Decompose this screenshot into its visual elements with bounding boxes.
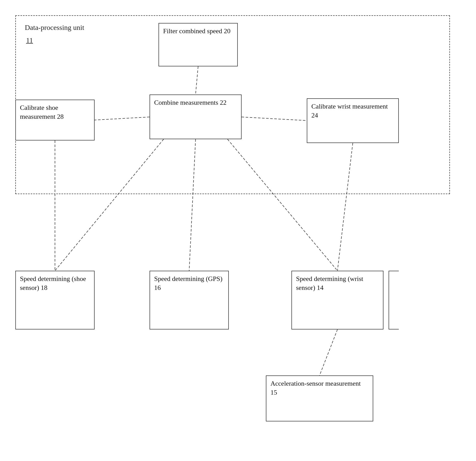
filter-label: Filter combined speed 20 — [163, 27, 231, 35]
combine-block: Combine measurements 22 — [150, 94, 242, 139]
filter-block: Filter combined speed 20 — [158, 23, 238, 66]
speed-shoe-label: Speed determining (shoe sensor) 18 — [20, 275, 86, 291]
shoe-cal-block: Calibrate shoe measurement 28 — [15, 100, 95, 140]
device-line-vert — [389, 271, 389, 329]
speed-wrist-label: Speed determining (wrist sensor) 14 — [296, 275, 363, 291]
dpu-number: 11 — [26, 36, 33, 44]
svg-line-8 — [320, 329, 337, 375]
dpu-label: Data-processing unit — [25, 23, 84, 32]
combine-label: Combine measurements 22 — [154, 99, 226, 106]
accel-block: Acceleration-sensor measurement 15 — [266, 375, 373, 421]
shoe-cal-label: Calibrate shoe measurement 28 — [20, 104, 64, 120]
device-line-bottom — [389, 329, 399, 329]
speed-gps-label: Speed determining (GPS) 16 — [154, 275, 222, 291]
speed-shoe-block: Speed determining (shoe sensor) 18 — [15, 271, 95, 329]
wrist-cal-label: Calibrate wrist measurement 24 — [311, 103, 388, 119]
diagram: Data-processing unit 11 .conn { stroke: … — [10, 10, 465, 455]
wrist-cal-block: Calibrate wrist measurement 24 — [307, 98, 399, 143]
speed-wrist-block: Speed determining (wrist sensor) 14 — [291, 271, 383, 329]
device-line-top — [389, 271, 399, 271]
accel-label: Acceleration-sensor measurement 15 — [270, 380, 361, 396]
speed-gps-block: Speed determining (GPS) 16 — [150, 271, 229, 329]
device-bracket — [383, 271, 399, 329]
